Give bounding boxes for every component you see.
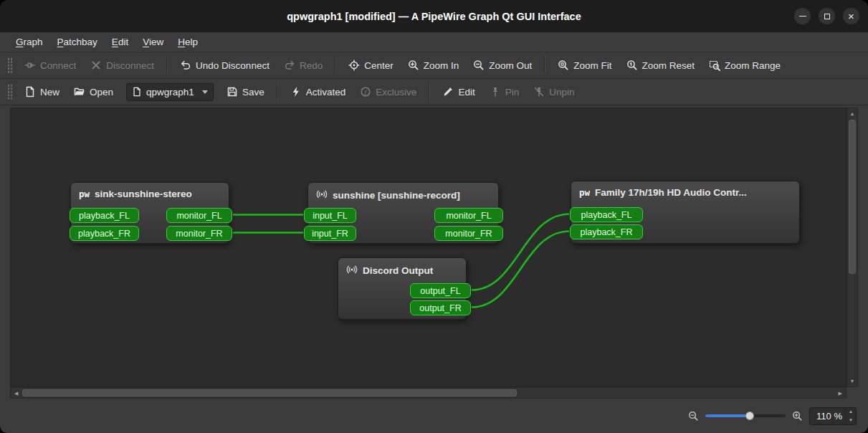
connections-layer (11, 108, 846, 386)
toolbar-separator (429, 83, 430, 100)
preset-combo[interactable]: qpwgraph1 (126, 83, 214, 101)
horizontal-scroll-thumb[interactable] (22, 389, 517, 396)
toolbar-handle[interactable] (7, 84, 13, 100)
spin-up-icon[interactable]: ▲ (846, 408, 856, 417)
port-sink-monitor-fr[interactable]: monitor_FR (166, 226, 232, 241)
edit-button[interactable]: Edit (436, 82, 481, 102)
port-family-playback-fr[interactable]: playback_FR (570, 224, 643, 239)
zoom-range-label: Zoom Range (725, 60, 781, 71)
node-title: pw sink-sunshine-stereo (71, 183, 229, 199)
zoom-in-button[interactable]: Zoom In (401, 55, 466, 75)
connect-label: Connect (40, 60, 76, 71)
maximize-icon (824, 14, 830, 19)
undo-disconnect-button[interactable]: Undo Disconnect (173, 55, 276, 75)
zoom-out-label: Zoom Out (489, 60, 532, 71)
zoom-range-icon (709, 60, 720, 71)
scroll-up-icon[interactable]: ▲ (847, 111, 857, 116)
menu-help[interactable]: Help (171, 34, 205, 49)
menu-help-mnemonic: H (178, 37, 185, 47)
unpin-button[interactable]: Unpin (527, 82, 581, 102)
zoom-in-small-icon[interactable] (792, 411, 803, 422)
pin-button[interactable]: Pin (483, 82, 526, 102)
scroll-right-icon[interactable]: ▶ (839, 391, 842, 396)
menu-edit[interactable]: Edit (105, 34, 135, 49)
vertical-scrollbar[interactable]: ▲ ▼ (846, 108, 858, 387)
node-sink-sunshine-stereo[interactable]: pw sink-sunshine-stereo playback_FL play… (70, 182, 229, 244)
toolbar-handle[interactable] (7, 57, 13, 73)
center-icon (348, 60, 360, 71)
menu-view-label: iew (149, 37, 163, 47)
node-title: Discord Output (338, 258, 466, 277)
svg-text:f: f (365, 88, 368, 95)
audio-app-icon (316, 189, 328, 202)
window-controls: × (794, 0, 859, 32)
port-sunshine-monitor-fr[interactable]: monitor_FR (434, 226, 503, 241)
vertical-scroll-thumb[interactable] (849, 120, 856, 274)
zoom-reset-button[interactable]: Zoom Reset (620, 55, 702, 75)
node-family-hd-audio[interactable]: pw Family 17h/19h HD Audio Contr... play… (571, 181, 800, 244)
menubar: Graph Patchbay Edit View Help (0, 32, 868, 52)
zoom-fit-button[interactable]: Zoom Fit (551, 55, 618, 75)
edit-label: Edit (458, 87, 474, 97)
scrollbar-corner (846, 387, 858, 399)
zoom-spinbox[interactable]: 110 % ▲ ▼ (809, 407, 857, 425)
spin-down-icon[interactable]: ▼ (846, 416, 856, 424)
zoom-in-label: Zoom In (424, 60, 459, 71)
new-label: New (40, 87, 59, 97)
zoom-out-small-icon[interactable] (688, 411, 699, 422)
minimize-button[interactable] (794, 8, 811, 24)
open-label: Open (90, 87, 113, 97)
port-discord-output-fl[interactable]: output_FL (410, 283, 471, 298)
port-discord-output-fr[interactable]: output_FR (410, 300, 471, 315)
redo-button[interactable]: Redo (277, 55, 329, 75)
unpin-label: Unpin (549, 87, 574, 97)
pin-icon (490, 86, 501, 97)
new-button[interactable]: New (18, 82, 66, 102)
maximize-button[interactable] (819, 8, 835, 24)
toolbar-separator (335, 57, 336, 74)
exclusive-label: Exclusive (376, 87, 416, 97)
zoom-slider[interactable] (705, 410, 786, 422)
exclusive-button[interactable]: f Exclusive (353, 82, 423, 102)
pin-label: Pin (505, 87, 520, 97)
node-discord-output[interactable]: Discord Output output_FL output_FR (338, 257, 467, 320)
scroll-left-icon[interactable]: ◀ (14, 391, 18, 396)
audio-app-icon (346, 264, 358, 277)
port-sunshine-input-fl[interactable]: input_FL (304, 208, 356, 223)
port-sunshine-monitor-fl[interactable]: monitor_FL (434, 208, 503, 223)
graph-canvas[interactable]: pw sink-sunshine-stereo playback_FL play… (10, 108, 846, 387)
node-title: sunshine [sunshine-record] (308, 183, 498, 202)
node-sunshine-record[interactable]: sunshine [sunshine-record] input_FL inpu… (307, 182, 499, 244)
port-sunshine-input-fr[interactable]: input_FR (304, 226, 356, 241)
node-title: pw Family 17h/19h HD Audio Contr... (571, 181, 799, 198)
menu-edit-mnemonic: E (112, 37, 118, 47)
zoom-value[interactable]: 110 % (810, 408, 845, 424)
zoom-slider-fill (705, 414, 750, 417)
connect-button[interactable]: Connect (18, 55, 82, 75)
zoom-slider-handle[interactable] (745, 411, 754, 420)
scroll-down-icon[interactable]: ▼ (847, 379, 857, 384)
statusbar: 110 % ▲ ▼ (0, 399, 868, 433)
port-sink-playback-fr[interactable]: playback_FR (70, 226, 139, 241)
zoom-out-button[interactable]: Zoom Out (467, 55, 538, 75)
zoom-reset-icon (626, 60, 638, 71)
horizontal-scrollbar[interactable]: ◀ ▶ (10, 387, 846, 399)
zoom-range-button[interactable]: Zoom Range (702, 55, 787, 75)
save-button[interactable]: Save (220, 82, 271, 102)
minimize-icon (799, 16, 806, 17)
close-button[interactable]: × (843, 8, 859, 24)
menu-patchbay[interactable]: Patchbay (50, 34, 105, 49)
open-button[interactable]: Open (67, 82, 120, 102)
toolbar-separator (277, 83, 278, 100)
pipewire-icon: pw (579, 187, 590, 198)
activated-button[interactable]: Activated (284, 82, 353, 102)
port-sink-playback-fl[interactable]: playback_FL (70, 208, 139, 223)
port-family-playback-fl[interactable]: playback_FL (570, 207, 643, 222)
save-icon (226, 86, 238, 97)
titlebar[interactable]: qpwgraph1 [modified] — A PipeWire Graph … (0, 0, 868, 32)
center-button[interactable]: Center (342, 55, 400, 75)
port-sink-monitor-fl[interactable]: monitor_FL (166, 208, 232, 223)
disconnect-button[interactable]: Disconnect (84, 55, 161, 75)
menu-view[interactable]: View (135, 34, 171, 49)
menu-graph[interactable]: Graph (9, 34, 50, 49)
